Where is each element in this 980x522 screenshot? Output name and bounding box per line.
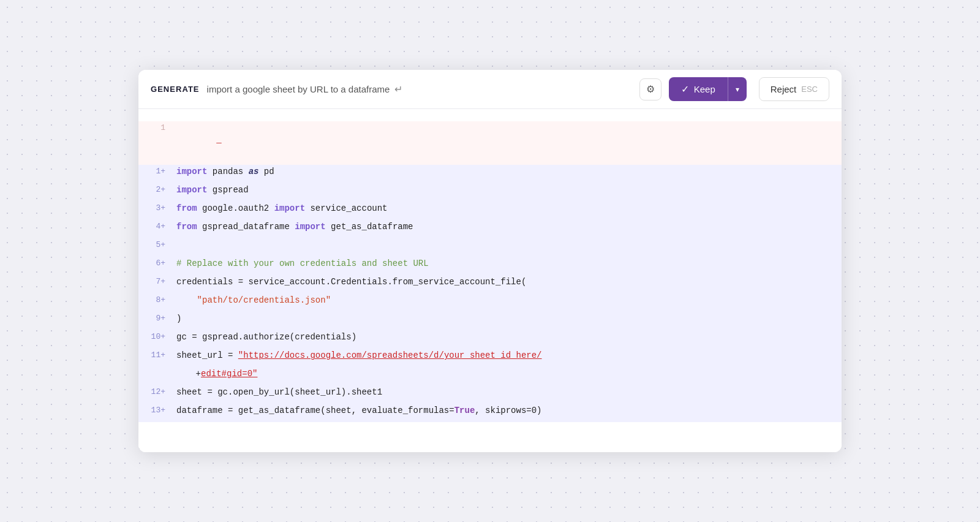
chevron-down-icon: ▾ xyxy=(736,85,739,94)
check-icon: ✓ xyxy=(681,83,689,95)
code-line-10: 10+ gc = gspread.authorize(credentials) xyxy=(138,330,842,349)
code-line-9: 9+ ) xyxy=(138,312,842,330)
code-line-11a: 11+ sheet_url = "https://docs.google.com… xyxy=(138,349,842,367)
gear-icon: ⚙ xyxy=(646,83,655,95)
keep-button-group: ✓ Keep ▾ xyxy=(669,77,747,101)
code-line-5: 5+ xyxy=(138,238,842,257)
code-line-13: 13+ dataframe = get_as_dataframe(sheet, … xyxy=(138,404,842,422)
code-line-original: 1 — xyxy=(138,121,842,165)
main-container: GENERATE import a google sheet by URL to… xyxy=(138,70,842,452)
settings-button[interactable]: ⚙ xyxy=(639,78,662,100)
toolbar: GENERATE import a google sheet by URL to… xyxy=(138,70,842,109)
code-line-7: 7+ credentials = service_account.Credent… xyxy=(138,275,842,293)
code-area[interactable]: 1 — 1+ import pandas as pd 2+ import gsp… xyxy=(138,109,842,452)
code-line-4: 4+ from gspread_dataframe import get_as_… xyxy=(138,220,842,238)
code-line-6: 6+ # Replace with your own credentials a… xyxy=(138,257,842,275)
keep-dropdown-arrow[interactable]: ▾ xyxy=(728,77,747,101)
esc-label: ESC xyxy=(801,85,818,94)
code-line-8: 8+ "path/to/credentials.json" xyxy=(138,293,842,312)
code-line-11b: +edit#gid=0" xyxy=(138,367,842,385)
prompt-text: import a google sheet by URL to a datafr… xyxy=(207,83,632,95)
keep-button[interactable]: ✓ Keep xyxy=(669,77,728,101)
reject-button[interactable]: Reject ESC xyxy=(759,77,829,101)
code-line-12: 12+ sheet = gc.open_by_url(sheet_url).sh… xyxy=(138,385,842,404)
code-line-1: 1+ import pandas as pd xyxy=(138,165,842,183)
code-line-3: 3+ from google.oauth2 import service_acc… xyxy=(138,202,842,220)
enter-icon: ↵ xyxy=(394,83,402,95)
generate-label: GENERATE xyxy=(151,85,200,94)
code-line-2: 2+ import gspread xyxy=(138,183,842,202)
